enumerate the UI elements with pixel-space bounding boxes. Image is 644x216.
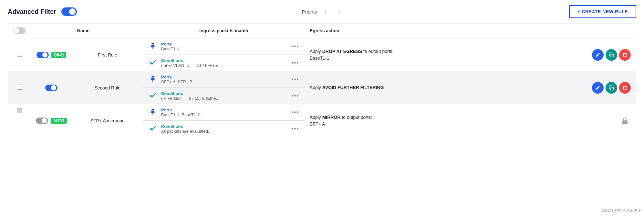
check-icon-2 [148, 125, 157, 133]
toggle-cell-0: QINQ [31, 38, 72, 71]
svg-rect-2 [153, 44, 154, 45]
ports-value-1: SFP+ A, SFP+ B... [161, 79, 287, 84]
copy-button-0[interactable] [606, 49, 617, 61]
conditions-label-0: Conditions [161, 58, 287, 63]
delete-button-0[interactable] [619, 49, 631, 61]
egress-text-1: Apply AVOID FURTHER FILTERING [310, 84, 384, 91]
match-cell-0: Ports BaseT1-1... ••• Conditions (Inner … [143, 38, 305, 71]
conditions-value-1: (IP Version == 6 / 15) & (Ethe... [161, 96, 287, 101]
header-left: Advanced Filter [8, 7, 77, 16]
ports-label-1: Ports [161, 75, 287, 79]
svg-rect-7 [152, 77, 152, 78]
action-buttons-1 [592, 82, 631, 94]
conditions-sub-0: Conditions (Inner VLAN ID == 11 / FFF) &… [143, 55, 305, 71]
svg-rect-13 [152, 110, 152, 111]
conditions-menu-2[interactable]: ••• [291, 126, 299, 132]
egress-text-2: Apply MIRROR to output ports:SFP+ A [310, 114, 372, 128]
ports-sub-0: Ports BaseT1-1... ••• [143, 38, 305, 55]
delete-button-1[interactable] [619, 82, 631, 94]
col-header-match: Ingress packets match [143, 24, 305, 38]
header-row: Advanced Filter Priority ↑ ↓ + CREATE NE… [8, 5, 636, 18]
ports-text-0: Ports BaseT1-1... [161, 42, 287, 51]
svg-rect-17 [622, 120, 628, 124]
create-new-rule-button[interactable]: + CREATE NEW RULE [569, 5, 636, 18]
priority-up-button[interactable]: ↑ [321, 7, 331, 16]
conditions-menu-0[interactable]: ••• [291, 60, 299, 67]
conditions-text-1: Conditions (IP Version == 6 / 15) & (Eth… [161, 91, 287, 101]
header-toggle[interactable] [13, 27, 26, 34]
egress-text-0: Apply DROP AT EGRESS to output ports:Bas… [310, 48, 394, 62]
ports-menu-0[interactable]: ••• [291, 43, 299, 50]
match-cell-2: Ports BaseT1-1, BaseT1-2... ••• Conditio… [143, 104, 305, 137]
row-toggle-2[interactable] [36, 118, 48, 124]
svg-rect-9 [151, 78, 154, 80]
table-header-row: Name Ingress packets match Egress action [8, 24, 636, 38]
edit-button-1[interactable] [592, 82, 604, 94]
conditions-menu-1[interactable]: ••• [291, 93, 299, 99]
action-buttons-2 [619, 115, 631, 127]
row-toggle-1[interactable] [45, 85, 57, 91]
conditions-value-2: All packets are evaluated. [161, 129, 287, 134]
ports-value-2: BaseT1-1, BaseT1-2... [161, 112, 287, 117]
egress-cell-1: Apply AVOID FURTHER FILTERING [305, 71, 636, 104]
rule-name-1: Second Rule [72, 71, 143, 104]
ports-menu-2[interactable]: ••• [291, 109, 299, 116]
priority-down-button[interactable]: ↓ [335, 7, 344, 16]
ports-menu-1[interactable]: ••• [291, 76, 299, 83]
svg-rect-16 [152, 113, 153, 115]
col-header-check [8, 24, 31, 38]
filter-table: Name Ingress packets match Egress action… [8, 23, 636, 137]
svg-rect-3 [151, 45, 154, 47]
copy-button-1[interactable] [606, 82, 617, 94]
svg-rect-15 [151, 111, 154, 113]
svg-rect-0 [151, 43, 154, 44]
conditions-label-2: Conditions [161, 124, 287, 129]
page-title: Advanced Filter [8, 8, 56, 15]
svg-rect-12 [151, 108, 154, 110]
toggle-cell-2: AUTO [31, 104, 72, 137]
plug-icon-0 [148, 42, 157, 51]
ports-text-1: Ports SFP+ A, SFP+ B... [161, 75, 287, 84]
svg-rect-5 [611, 54, 614, 57]
match-cell-1: Ports SFP+ A, SFP+ B... ••• Conditions (… [143, 71, 305, 104]
check-cell-1 [8, 71, 31, 104]
svg-rect-11 [611, 87, 614, 90]
conditions-label-1: Conditions [161, 91, 287, 96]
watermark: CSDN @虹科汽车电子 [602, 208, 641, 213]
row-checkbox-0[interactable] [17, 52, 22, 57]
table-row: QINQFirst Rule Ports BaseT1-1... ••• [8, 38, 636, 71]
conditions-text-0: Conditions (Inner VLAN ID == 11 / FFF) &… [161, 58, 287, 68]
ports-text-2: Ports BaseT1-1, BaseT1-2... [161, 108, 287, 117]
ports-sub-1: Ports SFP+ A, SFP+ B... ••• [143, 71, 305, 88]
row-toggle-0[interactable] [36, 52, 49, 58]
svg-rect-14 [153, 110, 154, 111]
table-row: AUTOSFP+ A mirroring Ports BaseT1-1, Bas… [8, 104, 636, 137]
svg-rect-1 [152, 44, 152, 45]
lock-icon-2 [619, 115, 631, 127]
col-header-name: Name [72, 24, 143, 38]
check-icon-0 [148, 59, 157, 67]
svg-rect-4 [152, 47, 153, 49]
edit-button-0[interactable] [592, 49, 604, 61]
check-icon-1 [148, 92, 157, 100]
row-checkbox-1[interactable] [17, 85, 22, 90]
conditions-sub-2: Conditions All packets are evaluated. ••… [143, 121, 305, 137]
action-buttons-0 [592, 49, 631, 61]
ports-sub-2: Ports BaseT1-1, BaseT1-2... ••• [143, 104, 305, 121]
conditions-value-0: (Inner VLAN ID == 11 / FFF) & ... [161, 63, 287, 68]
plug-icon-1 [148, 75, 157, 84]
toggle-cell-1 [31, 71, 72, 104]
check-cell-0 [8, 38, 31, 71]
ports-label-2: Ports [161, 108, 287, 112]
priority-controls: Priority ↑ ↓ [302, 7, 344, 16]
col-header-action: Egress action [305, 24, 636, 38]
plug-icon-2 [148, 108, 157, 117]
tag-badge-0: QINQ [51, 52, 67, 58]
table-row: Second Rule Ports SFP+ A, SFP+ B... ••• [8, 71, 636, 104]
row-checkbox-2[interactable] [17, 108, 22, 113]
ports-label-0: Ports [161, 42, 287, 46]
rule-name-0: First Rule [72, 38, 143, 71]
page-wrapper: Advanced Filter Priority ↑ ↓ + CREATE NE… [0, 0, 644, 216]
ports-value-0: BaseT1-1... [161, 46, 287, 51]
advanced-filter-toggle[interactable] [61, 7, 77, 16]
